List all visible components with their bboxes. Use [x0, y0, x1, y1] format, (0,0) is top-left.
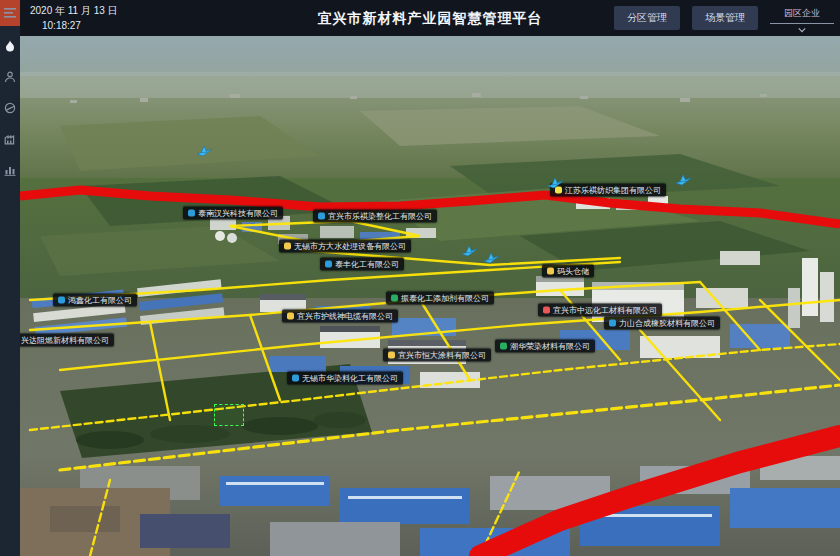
company-name: 力山合成橡胶材料有限公司	[619, 317, 715, 330]
person-icon[interactable]	[0, 66, 20, 88]
company-label[interactable]: 泰南汉兴科技有限公司	[183, 207, 283, 220]
company-label[interactable]: 泰丰化工有限公司	[320, 258, 404, 271]
company-marker-icon	[609, 320, 616, 327]
company-marker-icon	[318, 213, 325, 220]
flame-icon[interactable]	[0, 35, 20, 57]
company-label[interactable]: 宜兴市恒大涂料有限公司	[383, 349, 491, 362]
company-name: 泰南汉兴科技有限公司	[198, 207, 278, 220]
company-label[interactable]: 宜兴市中远化工材料有限公司	[538, 304, 662, 317]
company-name: 泰丰化工有限公司	[335, 258, 399, 271]
company-label[interactable]: 江苏乐祺纺织集团有限公司	[550, 184, 666, 197]
hamburger-icon[interactable]	[0, 0, 20, 26]
company-name: 无锡市华染料化工有限公司	[302, 372, 398, 385]
park-enterprise-dropdown[interactable]: 园区企业	[770, 6, 834, 34]
company-marker-icon	[325, 261, 332, 268]
company-label[interactable]: 宜兴市护线神电缆有限公司	[282, 310, 398, 323]
company-label[interactable]: 力山合成橡胶材料有限公司	[604, 317, 720, 330]
smart-park-platform: 2020 年 11 月 13 日 10:18:27 宜兴市新材料产业园智慧管理平…	[0, 0, 840, 556]
company-name: 宜兴市恒大涂料有限公司	[398, 349, 486, 362]
company-label[interactable]: 潮华荣染材料有限公司	[495, 340, 595, 353]
plane-marker-icon[interactable]	[676, 172, 692, 190]
zone-management-button[interactable]: 分区管理	[614, 6, 680, 30]
company-marker-icon	[284, 243, 291, 250]
company-marker-icon	[292, 375, 299, 382]
plane-marker-icon[interactable]	[548, 175, 564, 193]
company-name: 振泰化工添加剂有限公司	[401, 292, 489, 305]
scene-management-button[interactable]: 场景管理	[692, 6, 758, 30]
company-name: 无锡市方大水处理设备有限公司	[294, 240, 406, 253]
bar-chart-icon[interactable]	[0, 159, 20, 181]
company-marker-icon	[58, 297, 65, 304]
chevron-down-icon	[798, 26, 806, 34]
company-label[interactable]: 兴达阻燃新材料有限公司	[20, 334, 114, 347]
company-name: 码头仓储	[557, 265, 589, 278]
company-marker-icon	[391, 295, 398, 302]
company-marker-icon	[188, 210, 195, 217]
map-3d-view[interactable]: 泰南汉兴科技有限公司 宜兴市乐祺染整化工有限公司 无锡市方大水处理设备有限公司 …	[20, 36, 840, 556]
company-name: 兴达阻燃新材料有限公司	[21, 334, 109, 347]
company-label[interactable]: 宜兴市乐祺染整化工有限公司	[313, 210, 437, 223]
company-label[interactable]: 无锡市方大水处理设备有限公司	[279, 240, 411, 253]
plane-marker-icon[interactable]	[462, 243, 478, 261]
divider	[770, 23, 834, 24]
topbar-actions: 分区管理 场景管理 园区企业	[614, 6, 834, 34]
globe-icon[interactable]	[0, 97, 20, 119]
dropdown-label: 园区企业	[784, 7, 820, 23]
company-label[interactable]: 无锡市华染料化工有限公司	[287, 372, 403, 385]
map-overlay: 泰南汉兴科技有限公司 宜兴市乐祺染整化工有限公司 无锡市方大水处理设备有限公司 …	[20, 36, 840, 556]
plane-marker-icon[interactable]	[484, 250, 500, 268]
company-label[interactable]: 鸿鑫化工有限公司	[53, 294, 137, 307]
company-marker-icon	[500, 343, 507, 350]
company-name: 鸿鑫化工有限公司	[68, 294, 132, 307]
company-label[interactable]: 码头仓储	[542, 265, 594, 278]
topbar: 2020 年 11 月 13 日 10:18:27 宜兴市新材料产业园智慧管理平…	[20, 0, 840, 36]
selection-box[interactable]	[214, 404, 244, 426]
factory-icon[interactable]	[0, 128, 20, 150]
company-name: 宜兴市中远化工材料有限公司	[553, 304, 657, 317]
company-marker-icon	[287, 313, 294, 320]
company-name: 宜兴市护线神电缆有限公司	[297, 310, 393, 323]
company-name: 宜兴市乐祺染整化工有限公司	[328, 210, 432, 223]
company-marker-icon	[547, 268, 554, 275]
company-name: 江苏乐祺纺织集团有限公司	[565, 184, 661, 197]
sidebar	[0, 0, 20, 556]
company-marker-icon	[543, 307, 550, 314]
plane-marker-icon[interactable]	[197, 143, 213, 161]
company-label[interactable]: 振泰化工添加剂有限公司	[386, 292, 494, 305]
company-name: 潮华荣染材料有限公司	[510, 340, 590, 353]
company-marker-icon	[388, 352, 395, 359]
